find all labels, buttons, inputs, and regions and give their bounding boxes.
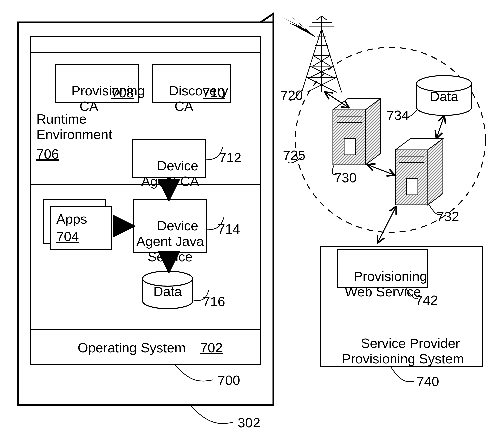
apps-label: Apps [56,211,87,227]
tower-ref: 720 [280,88,303,103]
provisioning-web-service-ref: 742 [415,292,438,308]
provisioning-ca-ref: 708 [111,85,134,100]
stack-ref: 700 [218,372,240,388]
device-agent-ca-ref: 712 [219,150,241,166]
link-tower-server-a [325,92,348,108]
device-ref: 302 [238,415,260,430]
local-data-label: Data [143,284,193,299]
svg-rect-30 [344,139,355,155]
device-agent-java-ref: 714 [218,221,240,237]
link-data-server-b [437,116,444,138]
server-a-icon [333,99,380,165]
cloud-ref: 725 [283,148,305,163]
link-server-a-server-b [368,165,394,175]
server-a-ref: 730 [334,170,357,186]
svg-rect-31 [395,150,428,205]
link-server-b-webservice [378,207,396,242]
provisioning-web-service-label: Provisioning Web Service [338,253,428,315]
runtime-env-label: Runtime Environment [36,111,112,142]
device-agent-java-label: Device Agent Java Service [134,202,206,280]
cloud-data-ref: 734 [387,108,409,123]
local-data-ref: 716 [203,294,225,309]
runtime-env-ref: 706 [36,146,59,162]
service-provider-ref: 740 [417,374,439,389]
svg-rect-34 [407,179,418,195]
cell-tower-icon [302,16,342,92]
apps-ref: 704 [56,229,79,244]
discovery-ca-ref: 710 [203,85,225,100]
os-label: Operating System [78,340,186,356]
server-b-icon [395,139,443,205]
svg-line-11 [302,29,322,92]
carrier-cloud [295,48,485,232]
server-b-ref: 732 [437,209,459,224]
svg-line-12 [322,29,342,92]
device-agent-ca-label: Device Agent CA [134,142,206,204]
cloud-data-label: Data [417,89,472,104]
svg-rect-27 [333,110,365,165]
service-provider-title: Service Provider Provisioning System [325,320,480,382]
os-ref: 702 [200,340,223,356]
